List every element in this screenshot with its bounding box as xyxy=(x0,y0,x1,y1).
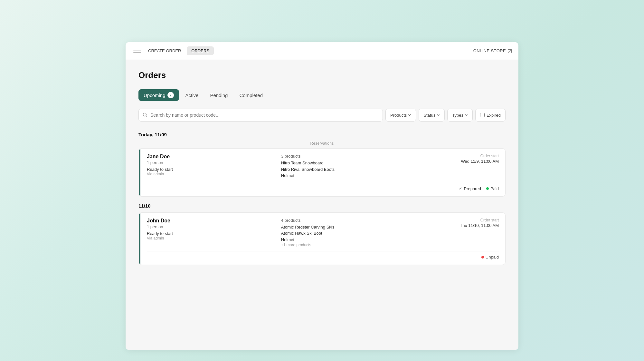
online-store-link[interactable]: ONLINE STORE xyxy=(473,48,512,53)
order-products-count-jane: 3 products xyxy=(281,154,434,159)
status-prepared-jane: ✓ Prepared xyxy=(459,186,481,191)
order-products-jane: 3 products Nitro Team Snowboard Nitro Ri… xyxy=(275,154,441,179)
tabs-container: Upcoming 2 Active Pending Completed xyxy=(138,89,506,101)
main-card: CREATE ORDER ORDERS ONLINE STORE Orders … xyxy=(126,42,518,350)
order-start-label-john: Order start xyxy=(441,218,499,222)
unpaid-dot-icon xyxy=(481,256,484,259)
tab-upcoming-badge: 2 xyxy=(167,92,174,98)
date-header-1110: 11/10 xyxy=(138,203,506,209)
order-name-jane: Jane Doe xyxy=(147,154,275,160)
tab-upcoming-label: Upcoming xyxy=(144,93,166,98)
order-card-body-jane: Jane Doe 1 person Ready to start Via adm… xyxy=(140,149,505,196)
create-order-button[interactable]: CREATE ORDER xyxy=(144,46,185,55)
date-section-today: Today, 11/09 Reservations Jane Doe 1 per… xyxy=(138,132,506,197)
search-icon xyxy=(143,112,148,118)
order-source-john: Via admin xyxy=(147,236,275,240)
chevron-down-icon-2 xyxy=(437,113,440,117)
products-filter-button[interactable]: Products xyxy=(385,109,416,122)
order-start-date-jane: Wed 11/9, 11:00 AM xyxy=(441,159,499,164)
chevron-down-icon xyxy=(408,113,411,117)
checkmark-icon: ✓ xyxy=(459,186,462,191)
order-card-footer-john: Unpaid xyxy=(147,251,499,259)
order-product-1-john: Atomic Redster Carving Skis xyxy=(281,224,434,230)
chevron-down-icon-3 xyxy=(465,113,468,117)
order-start-date-john: Thu 11/10, 11:00 AM xyxy=(441,223,499,228)
order-card-body-john: John Doe 1 person Ready to start Via adm… xyxy=(140,213,505,265)
order-status-jane: Ready to start xyxy=(147,167,275,172)
search-input-wrap xyxy=(138,109,383,122)
expired-checkbox-label[interactable]: Expired xyxy=(475,109,506,122)
order-product-1-jane: Nitro Team Snowboard xyxy=(281,160,434,166)
order-product-2-john: Atomic Hawx Ski Boot xyxy=(281,230,434,237)
status-paid-jane: Paid xyxy=(486,186,499,191)
order-start-label-jane: Order start xyxy=(441,154,499,158)
tab-active-label: Active xyxy=(185,93,199,98)
search-bar: Products Status Types Expired xyxy=(138,109,506,122)
status-filter-label: Status xyxy=(423,113,435,118)
prepared-label-jane: Prepared xyxy=(464,186,481,191)
order-card-footer-jane: ✓ Prepared Paid xyxy=(147,183,499,191)
order-persons-jane: 1 person xyxy=(147,160,275,165)
order-products-count-john: 4 products xyxy=(281,218,434,223)
order-info-john: John Doe 1 person Ready to start Via adm… xyxy=(147,218,275,240)
order-product-2-jane: Nitro Rival Snowboard Boots xyxy=(281,166,434,173)
paid-label-jane: Paid xyxy=(490,186,499,191)
order-products-john: 4 products Atomic Redster Carving Skis A… xyxy=(275,218,441,248)
expired-label: Expired xyxy=(487,113,501,118)
products-filter-label: Products xyxy=(390,113,407,118)
external-link-icon xyxy=(507,49,512,53)
order-product-3-john: Helmet xyxy=(281,237,434,243)
tab-upcoming[interactable]: Upcoming 2 xyxy=(138,89,179,101)
paid-dot-icon xyxy=(486,187,489,190)
order-card-jane[interactable]: Jane Doe 1 person Ready to start Via adm… xyxy=(138,148,506,197)
order-product-more-john: +1 more products xyxy=(281,243,434,247)
order-product-3-jane: Helmet xyxy=(281,172,434,179)
tab-pending-label: Pending xyxy=(210,93,228,98)
order-card-main-john: John Doe 1 person Ready to start Via adm… xyxy=(147,218,499,248)
top-nav: CREATE ORDER ORDERS ONLINE STORE xyxy=(126,42,518,60)
order-card-main-jane: Jane Doe 1 person Ready to start Via adm… xyxy=(147,154,499,179)
page-title: Orders xyxy=(138,70,506,80)
orders-button[interactable]: ORDERS xyxy=(187,46,214,55)
tab-completed-label: Completed xyxy=(239,93,263,98)
order-persons-john: 1 person xyxy=(147,224,275,229)
page-content: Orders Upcoming 2 Active Pending Complet… xyxy=(126,60,518,350)
order-meta-jane: Order start Wed 11/9, 11:00 AM xyxy=(441,154,499,164)
order-info-jane: Jane Doe 1 person Ready to start Via adm… xyxy=(147,154,275,176)
order-meta-john: Order start Thu 11/10, 11:00 AM xyxy=(441,218,499,228)
unpaid-label-john: Unpaid xyxy=(486,255,499,259)
tab-completed[interactable]: Completed xyxy=(234,90,268,101)
types-filter-label: Types xyxy=(452,113,463,118)
order-card-john[interactable]: John Doe 1 person Ready to start Via adm… xyxy=(138,212,506,265)
order-source-jane: Via admin xyxy=(147,172,275,176)
date-header-today: Today, 11/09 xyxy=(138,132,506,137)
tab-pending[interactable]: Pending xyxy=(205,90,233,101)
date-section-1110: 11/10 John Doe 1 person Ready to start V… xyxy=(138,203,506,265)
status-filter-button[interactable]: Status xyxy=(419,109,445,122)
types-filter-button[interactable]: Types xyxy=(447,109,473,122)
section-label-reservations: Reservations xyxy=(138,141,506,146)
order-name-john: John Doe xyxy=(147,218,275,224)
tab-active[interactable]: Active xyxy=(180,90,204,101)
status-unpaid-john: Unpaid xyxy=(481,255,499,259)
online-store-label: ONLINE STORE xyxy=(473,48,506,53)
expired-checkbox[interactable] xyxy=(480,113,485,117)
hamburger-menu[interactable] xyxy=(132,46,142,56)
search-input[interactable] xyxy=(150,112,379,118)
order-status-john: Ready to start xyxy=(147,231,275,236)
